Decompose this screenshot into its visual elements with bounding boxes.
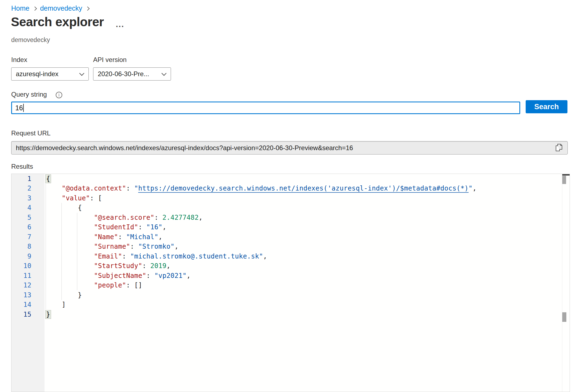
query-string-input[interactable]: 16 [11, 102, 520, 114]
code-line: 6 "StudentId": "16", [11, 222, 570, 232]
chevron-down-icon [161, 71, 166, 76]
code-line: 14 ] [11, 300, 570, 310]
request-url-value: https://demovedecky.search.windows.net/i… [16, 144, 555, 152]
scrollbar-thumb[interactable] [562, 312, 566, 322]
api-version-label: API version [93, 56, 127, 64]
search-explorer-blade: Home demovedecky Search explorer ... dem… [0, 0, 574, 392]
line-number: 6 [11, 223, 45, 231]
page-subtitle: demovedecky [11, 36, 50, 44]
chevron-down-icon [79, 71, 84, 76]
line-number: 4 [11, 204, 45, 212]
code-text: "value": [ [45, 194, 102, 202]
page-title: Search explorer [11, 14, 104, 29]
line-number: 5 [11, 214, 45, 221]
index-dropdown[interactable]: azuresql-index [11, 67, 89, 81]
copy-icon[interactable] [555, 143, 563, 153]
breadcrumb-item-demovedecky[interactable]: demovedecky [40, 4, 82, 12]
code-line: 2 "@odata.context": "https://demovedecky… [11, 184, 570, 194]
index-label: Index [11, 56, 27, 64]
code-text: "StudentId": "16", [45, 223, 167, 231]
code-line: 7 "Name": "Michal", [11, 232, 570, 242]
line-number: 14 [11, 301, 45, 308]
text-caret [23, 104, 24, 112]
line-number: 15 [11, 311, 45, 318]
api-version-dropdown-value: 2020-06-30-Pre... [98, 70, 162, 78]
line-number: 7 [11, 233, 45, 241]
code-line: 4 { [11, 203, 570, 213]
index-dropdown-value: azuresql-index [16, 70, 80, 78]
code-line: 10 "StartStudy": 2019, [11, 261, 570, 271]
code-line: 8 "Surname": "Stromko", [11, 242, 570, 252]
code-line: 12 "people": [] [11, 281, 570, 290]
overview-ruler-cursor-marker [562, 174, 570, 176]
chevron-right-icon [85, 7, 90, 11]
code-line: 13 } [11, 290, 570, 300]
line-number: 10 [11, 262, 45, 270]
code-text: { [45, 204, 82, 212]
search-button[interactable]: Search [526, 100, 567, 113]
chevron-right-icon [32, 7, 37, 11]
line-number: 11 [11, 272, 45, 280]
line-number: 3 [11, 194, 45, 202]
line-number: 8 [11, 243, 45, 250]
line-number: 2 [11, 185, 45, 192]
info-icon[interactable]: i [56, 92, 62, 98]
query-string-value: 16 [15, 104, 23, 112]
code-text: } [45, 311, 51, 318]
code-text: } [45, 291, 82, 299]
code-text: "@odata.context": "https://demovedecky.s… [45, 185, 477, 192]
code-line: 5 "@search.score": 2.4277482, [11, 213, 570, 222]
code-lines: 1{2 "@odata.context": "https://demovedec… [11, 174, 570, 319]
code-text: "Name": "Michal", [45, 233, 162, 241]
code-text: "Email": "michal.stromko@.student.tuke.s… [45, 253, 267, 260]
line-number: 1 [11, 175, 45, 183]
line-number: 9 [11, 253, 45, 260]
code-text: "people": [] [45, 281, 142, 289]
code-line: 9 "Email": "michal.stromko@.student.tuke… [11, 251, 570, 261]
code-line: 11 "SubjectName": "vp2021", [11, 271, 570, 281]
request-url-field: https://demovedecky.search.windows.net/i… [11, 141, 568, 155]
request-url-label: Request URL [11, 129, 51, 137]
line-number: 13 [11, 291, 45, 299]
editor-vertical-scrollbar[interactable] [562, 174, 570, 392]
code-text: "Surname": "Stromko", [45, 243, 179, 250]
scrollbar-thumb[interactable] [562, 176, 566, 184]
code-line: 15} [11, 310, 570, 319]
results-json-editor[interactable]: 1{2 "@odata.context": "https://demovedec… [11, 174, 570, 392]
code-line: 3 "value": [ [11, 193, 570, 203]
line-number: 12 [11, 281, 45, 289]
code-text: "SubjectName": "vp2021", [45, 272, 191, 280]
api-version-dropdown[interactable]: 2020-06-30-Pre... [93, 67, 171, 81]
breadcrumb-item-home[interactable]: Home [11, 4, 29, 12]
code-line: 1{ [11, 174, 570, 184]
code-text: ] [45, 301, 66, 308]
code-text: "@search.score": 2.4277482, [45, 214, 203, 221]
more-commands-button[interactable]: ... [116, 20, 124, 29]
code-text: "StartStudy": 2019, [45, 262, 170, 270]
results-label: Results [11, 163, 33, 170]
code-text: { [45, 175, 51, 183]
breadcrumb: Home demovedecky [11, 4, 89, 12]
query-string-label: Query string [11, 91, 47, 98]
